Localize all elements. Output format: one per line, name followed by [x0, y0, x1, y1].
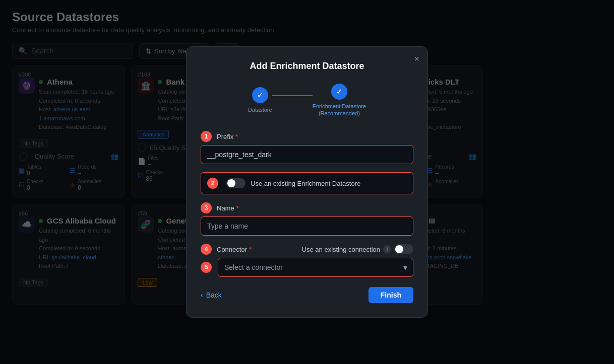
- step-badge-4: 4: [201, 244, 212, 255]
- step-circle-2: ✓: [331, 84, 347, 100]
- use-existing-toggle[interactable]: [226, 178, 245, 188]
- use-existing-toggle-row: 2 Use an existing Enrichment Datastore: [201, 172, 413, 194]
- required-marker: *: [235, 133, 238, 140]
- finish-button[interactable]: Finish: [369, 287, 413, 303]
- use-existing-label: Use an existing Enrichment Datastore: [251, 180, 360, 187]
- connector-field-group: 4 Connector * Use an existing connection…: [201, 244, 413, 277]
- prefix-label: 1 Prefix *: [201, 131, 413, 142]
- use-existing-connection-label: Use an existing connection: [302, 246, 380, 253]
- back-button[interactable]: ‹ Back: [201, 291, 222, 299]
- step-label-1: Datastore: [248, 106, 272, 113]
- back-arrow-icon: ‹: [201, 291, 203, 299]
- select-wrapper: Select a connector PostgreSQL MySQL Snow…: [218, 258, 413, 277]
- toggle-knob: [227, 179, 235, 187]
- modal-overlay: × Add Enrichment Datastore ✓ Datastore ✓…: [0, 0, 614, 364]
- connector-select[interactable]: Select a connector PostgreSQL MySQL Snow…: [218, 258, 413, 277]
- connection-toggle[interactable]: [394, 244, 413, 254]
- step-badge-1: 1: [201, 131, 212, 142]
- name-input[interactable]: [201, 216, 413, 236]
- step-badge-2: 2: [207, 178, 218, 189]
- modal-title: Add Enrichment Datastore: [201, 61, 413, 71]
- name-field-group: 3 Name *: [201, 202, 413, 236]
- step-label-2: Enrichment Datastore(Recommended): [313, 103, 366, 117]
- modal-footer: ‹ Back Finish: [201, 287, 413, 303]
- connection-toggle-knob: [395, 245, 403, 253]
- required-marker-name: *: [236, 204, 239, 212]
- step-badge-5: 5: [201, 262, 212, 273]
- select-connector-row: 5 Select a connector PostgreSQL MySQL Sn…: [201, 258, 413, 277]
- required-marker-connector: *: [249, 246, 252, 253]
- modal: × Add Enrichment Datastore ✓ Datastore ✓…: [186, 46, 428, 318]
- info-icon: i: [383, 245, 391, 253]
- stepper: ✓ Datastore ✓ Enrichment Datastore(Recom…: [201, 84, 413, 117]
- name-label: 3 Name *: [201, 202, 413, 213]
- connector-label: 4 Connector * Use an existing connection…: [201, 244, 413, 255]
- step-enrichment: ✓ Enrichment Datastore(Recommended): [313, 84, 366, 117]
- close-button[interactable]: ×: [414, 54, 419, 64]
- step-badge-3: 3: [201, 202, 212, 213]
- step-circle-1: ✓: [252, 87, 268, 103]
- use-existing-field-group: 2 Use an existing Enrichment Datastore: [201, 172, 413, 194]
- step-datastore: ✓ Datastore: [248, 87, 272, 113]
- prefix-field-group: 1 Prefix *: [201, 131, 413, 164]
- prefix-input[interactable]: [201, 145, 413, 164]
- step-line: [272, 95, 313, 96]
